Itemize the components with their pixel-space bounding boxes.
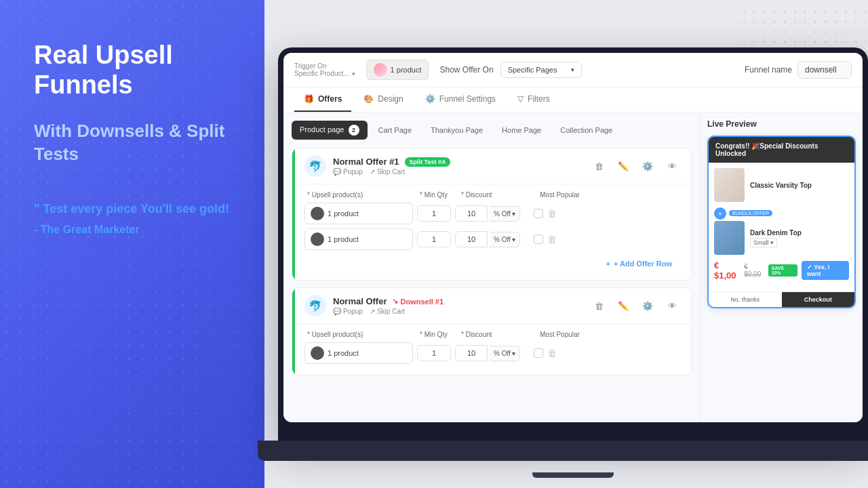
qty-input-2-1[interactable] <box>417 345 451 361</box>
offer-2-skipcart: ↗ Skip Cart <box>370 308 405 315</box>
quote-text: " Test every piece You'll see gold! <box>34 200 237 218</box>
product-select-1-2[interactable]: 1 product <box>304 228 413 250</box>
product-select-1-1[interactable]: 1 product <box>304 203 413 224</box>
offer-1-delete-btn[interactable]: 🗑 <box>589 157 608 176</box>
row-delete-1-2[interactable]: 🗑 <box>547 234 557 245</box>
product-select-label-2-1: 1 product <box>328 349 359 357</box>
row-delete-1-1[interactable]: 🗑 <box>547 208 557 219</box>
right-section: Trigger On Specific Product... ▾ 1 produ… <box>264 0 868 488</box>
chevron-down-icon: ▾ <box>512 350 515 357</box>
show-offer-dropdown[interactable]: Specific Pages ▾ <box>500 62 582 78</box>
offer-1-popup: 💬 Popup <box>333 168 363 176</box>
page-tab-home[interactable]: Home Page <box>494 122 549 138</box>
product-thumb-1-1 <box>311 207 324 220</box>
discount-input-1-1[interactable] <box>455 205 488 222</box>
design-icon: 🎨 <box>363 94 374 104</box>
preview-product-2: Dark Denim Top Small ▾ <box>714 221 849 255</box>
settings-icon: ⚙️ <box>425 94 435 104</box>
offer-1-header: 🐬 Normal Offer #1 Split Test #A <box>295 148 691 184</box>
offer-1-info: Normal Offer #1 Split Test #A 💬 Popup <box>333 157 450 176</box>
preview-product-img-2 <box>714 221 745 255</box>
page-tab-collection[interactable]: Collection Page <box>552 122 620 138</box>
chevron-down-icon: ▾ <box>352 70 355 77</box>
tab-filters[interactable]: ▽ Filters <box>508 87 559 112</box>
col-header-minqty-2: * Min Qty <box>420 331 457 338</box>
tab-offers[interactable]: 🎁 Offers <box>294 87 351 112</box>
funnel-name-input[interactable]: downsell <box>797 61 852 79</box>
discount-type-2-1[interactable]: % Off ▾ <box>490 346 520 361</box>
col-header-popular: Most Popular <box>540 191 594 199</box>
discount-type-1-1[interactable]: % Off ▾ <box>490 206 520 222</box>
discount-group-1-1: % Off ▾ <box>455 205 530 222</box>
offer-1-preview-btn[interactable]: 👁 <box>663 157 682 176</box>
offer-2-delete-btn[interactable]: 🗑 <box>589 296 608 315</box>
popular-checkbox-2-1[interactable] <box>534 348 543 358</box>
preview-panel: Live Preview Congrats!! 🎉Special Discoun… <box>700 113 863 422</box>
preview-product-name-1: Classic Varsity Top <box>750 182 849 189</box>
offer-2-title: Normal Offer <box>333 296 387 306</box>
product-select-2-1[interactable]: 1 product <box>304 342 413 364</box>
split-test-badge: Split Test #A <box>405 157 451 167</box>
save-badge: SAVE 10% <box>768 264 797 277</box>
preview-title: Live Preview <box>707 119 856 129</box>
no-thanks-btn[interactable]: No, thanks <box>709 292 782 307</box>
offer-row-1-1: 1 product % Off ▾ <box>304 203 682 224</box>
offer-2-info: Normal Offer ↘ Downsell #1 <box>333 296 443 315</box>
tab-design[interactable]: 🎨 Design <box>354 87 412 112</box>
offer-1-edit-btn[interactable]: ✏️ <box>614 157 633 176</box>
offer-card-1: 🐬 Normal Offer #1 Split Test #A <box>292 148 692 281</box>
offer-1-title: Normal Offer #1 <box>333 157 399 167</box>
price-original: €$0,00 <box>744 263 764 278</box>
col-header-discount-2: * Discount <box>461 331 536 338</box>
preview-product-info-1: Classic Varsity Top <box>750 182 849 189</box>
trigger-section: Trigger On Specific Product... ▾ <box>294 62 355 77</box>
page-tab-collection-label: Collection Page <box>560 126 612 134</box>
offer-2-actions: 🗑 ✏️ ⚙️ 👁 <box>589 296 682 315</box>
product-badge[interactable]: 1 product <box>366 60 429 80</box>
show-offer-section: Show Offer On Specific Pages ▾ <box>439 62 581 78</box>
qty-input-1-1[interactable] <box>417 205 451 222</box>
offer-card-1-inner: 🐬 Normal Offer #1 Split Test #A <box>295 148 691 280</box>
preview-product-name-2: Dark Denim Top <box>750 229 849 237</box>
yes-i-want-btn[interactable]: ✓ Yes, I want <box>802 261 849 280</box>
add-row-label: + Add Offer Row <box>614 260 672 268</box>
price-current: €$1,00 <box>714 260 740 281</box>
product-avatar-img <box>374 63 387 77</box>
preview-size-select[interactable]: Small ▾ <box>750 238 777 247</box>
discount-input-2-1[interactable] <box>455 345 488 361</box>
popup-icon-2: 💬 <box>333 308 341 315</box>
discount-group-2-1: % Off ▾ <box>455 345 530 361</box>
page-tab-product-label: Product page <box>300 125 344 134</box>
offer-card-2: 🐬 Normal Offer ↘ Downsell #1 <box>292 287 692 375</box>
page-tab-thankyou[interactable]: Thankyou Page <box>422 122 491 138</box>
checkout-btn[interactable]: Checkout <box>782 292 855 307</box>
product-thumb-2-1 <box>311 346 324 360</box>
popular-checkbox-1-2[interactable] <box>534 235 543 244</box>
page-tab-product[interactable]: Product page 2 <box>292 121 368 140</box>
preview-price-row: €$1,00 €$0,00 SAVE 10% ✓ Yes, I want <box>714 260 849 281</box>
discount-type-1-2[interactable]: % Off ▾ <box>490 232 520 247</box>
row-delete-2-1[interactable]: 🗑 <box>547 348 557 359</box>
downsell-arrow-icon: ↘ <box>392 297 398 306</box>
preview-card: Congrats!! 🎉Special Discounts Unlocked C… <box>707 136 856 308</box>
add-offer-row-btn-1[interactable]: + + Add Offer Row <box>304 254 682 273</box>
offer-1-settings-btn[interactable]: ⚙️ <box>638 157 657 176</box>
col-header-product-2: * Upsell product(s) <box>307 331 416 338</box>
tab-funnel-settings[interactable]: ⚙️ Funnel Settings <box>416 87 505 112</box>
downsell-badge: ↘ Downsell #1 <box>392 297 443 306</box>
discount-input-1-2[interactable] <box>455 231 488 247</box>
trigger-dropdown[interactable]: Specific Product... ▾ <box>294 70 355 77</box>
main-headline: Real Upsell Funnels <box>34 41 237 100</box>
offer-2-settings-btn[interactable]: ⚙️ <box>638 296 657 315</box>
funnel-name-label: Funnel name <box>745 65 792 75</box>
offer-2-preview-btn[interactable]: 👁 <box>663 296 682 315</box>
page-tab-cart[interactable]: Cart Page <box>370 122 420 138</box>
tabs-bar: 🎁 Offers 🎨 Design ⚙️ Funnel Settings ▽ F… <box>283 87 863 113</box>
laptop-screen: Trigger On Specific Product... ▾ 1 produ… <box>283 53 863 422</box>
tab-filters-label: Filters <box>528 94 550 104</box>
popular-checkbox-1-1[interactable] <box>534 209 543 218</box>
preview-product-1: Classic Varsity Top <box>714 168 849 202</box>
qty-input-1-2[interactable] <box>417 231 451 247</box>
top-bar: Trigger On Specific Product... ▾ 1 produ… <box>283 53 863 87</box>
offer-2-edit-btn[interactable]: ✏️ <box>614 296 633 315</box>
